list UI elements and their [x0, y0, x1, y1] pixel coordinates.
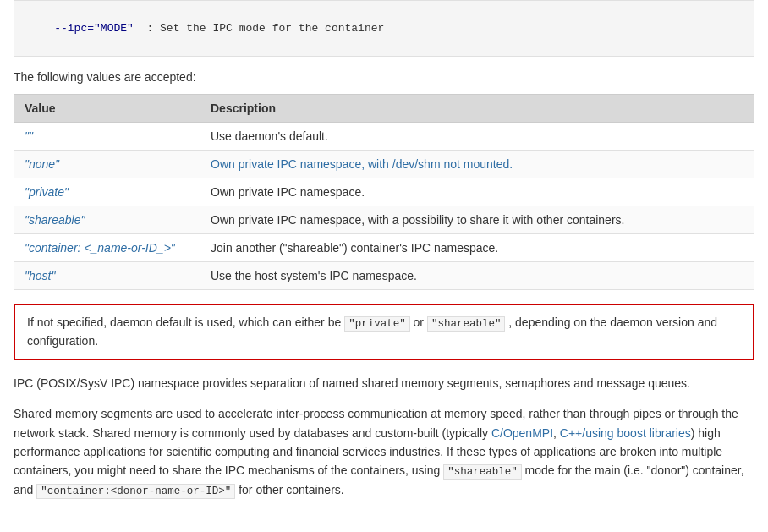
inline-code: "container:<donor-name-or-ID>": [36, 484, 235, 499]
table-row: "host"Use the host system's IPC namespac…: [14, 262, 754, 290]
col-header-value: Value: [14, 95, 200, 123]
warning-code-2: "shareable": [427, 316, 506, 332]
values-table: Value Description ""Use daemon's default…: [14, 94, 754, 290]
table-row: ""Use daemon's default.: [14, 123, 754, 151]
table-cell-desc: Use the host system's IPC namespace.: [200, 262, 754, 290]
table-cell-value: "": [14, 123, 200, 151]
table-cell-desc: Use daemon's default.: [200, 123, 754, 151]
table-row: "shareable"Own private IPC namespace, wi…: [14, 206, 754, 234]
table-cell-value: "private": [14, 178, 200, 206]
warning-text-middle: or: [414, 315, 427, 329]
table-cell-desc: Own private IPC namespace, with /dev/shm…: [200, 151, 754, 178]
page-wrapper: --ipc="MODE" : Set the IPC mode for the …: [0, 0, 768, 525]
warning-code-1: "private": [344, 316, 410, 332]
code-block: --ipc="MODE" : Set the IPC mode for the …: [14, 0, 754, 57]
table-cell-desc: Own private IPC namespace, with a possib…: [200, 206, 754, 234]
table-row: "container: <_name-or-ID_>"Join another …: [14, 234, 754, 262]
info-paragraph-1: IPC (POSIX/SysV IPC) namespace provides …: [14, 374, 754, 392]
warning-text-before: If not specified, daemon default is used…: [27, 315, 341, 329]
table-header-row: Value Description: [14, 95, 754, 123]
table-cell-value: "host": [14, 262, 200, 290]
table-cell-value: "shareable": [14, 206, 200, 234]
table-cell-link[interactable]: Own private IPC namespace, with /dev/shm…: [211, 157, 513, 171]
code-flag: --ipc="MODE": [54, 22, 134, 35]
table-row: "none"Own private IPC namespace, with /d…: [14, 151, 754, 178]
table-row: "private"Own private IPC namespace.: [14, 178, 754, 206]
code-desc: : Set the IPC mode for the container: [134, 22, 384, 35]
inline-link[interactable]: C/OpenMPI: [491, 426, 553, 440]
table-cell-desc: Join another ("shareable") container's I…: [200, 234, 754, 262]
col-header-desc: Description: [200, 95, 754, 123]
info-paragraph-2: Shared memory segments are used to accel…: [14, 404, 754, 500]
warning-box: If not specified, daemon default is used…: [14, 304, 754, 360]
table-cell-value: "none": [14, 151, 200, 178]
table-cell-desc: Own private IPC namespace.: [200, 178, 754, 206]
inline-link[interactable]: C++/using boost libraries: [560, 426, 691, 440]
table-cell-value: "container: <_name-or-ID_>": [14, 234, 200, 262]
intro-text: The following values are accepted:: [14, 70, 754, 84]
inline-code: "shareable": [443, 464, 522, 480]
